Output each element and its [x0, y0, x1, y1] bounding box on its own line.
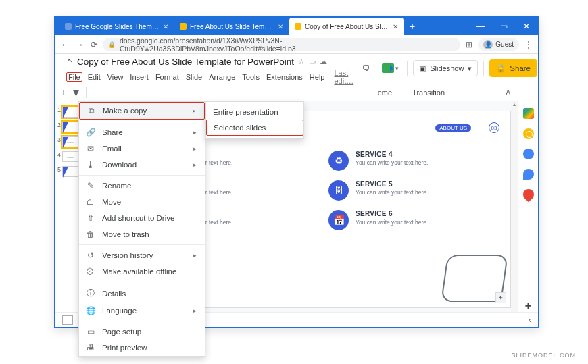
meet-icon [382, 63, 394, 73]
url-input[interactable]: 🔒 docs.google.com/presentation/d/1X3iWwX… [103, 38, 460, 51]
share-icon: 🔗 [86, 128, 95, 137]
filmstrip-icon[interactable] [62, 315, 73, 325]
browser-tab[interactable]: Free About Us Slide Template fo ✕ [174, 18, 289, 35]
meet-button[interactable]: ▾ [379, 62, 401, 74]
chevron-down-icon[interactable]: ▾ [73, 89, 79, 96]
star-icon[interactable]: ☆ [298, 57, 305, 66]
toolbar-overflow-icon[interactable]: ᐱ [506, 88, 511, 97]
toolbar-transition-label[interactable]: Transition [412, 88, 445, 97]
contacts-app-icon[interactable] [523, 169, 534, 180]
explore-button[interactable]: ✦ [495, 292, 506, 303]
document-title[interactable]: Copy of Free About Us Slide Template for… [77, 57, 294, 67]
watermark: SLIDEMODEL.COM [511, 352, 576, 359]
menu-make-a-copy[interactable]: ⧉ Make a copy ▸ [79, 102, 205, 120]
menu-rename[interactable]: ✎Rename [79, 178, 205, 194]
browser-tab-active[interactable]: Copy of Free About Us Slide Tem ✕ [289, 18, 404, 35]
menu-download[interactable]: ⭳Download▸ [79, 157, 205, 173]
tab-close-icon[interactable]: ✕ [393, 23, 398, 30]
chevron-down-icon: ▾ [468, 64, 472, 73]
menu-details[interactable]: ⓘDetails [79, 284, 205, 303]
menubar: File Edit View Insert Format Slide Arran… [68, 69, 353, 85]
address-bar: ← → ⟳ 🔒 docs.google.com/presentation/d/1… [55, 35, 538, 54]
info-icon: ⓘ [86, 288, 95, 299]
window-controls: — ▭ ✕ [469, 18, 538, 35]
slide-thumb[interactable] [62, 166, 78, 177]
toolbar: + ▾ eme Transition ᐱ [55, 84, 538, 101]
browser-tab[interactable]: Free Google Slides Themes - Slid ✕ [59, 18, 174, 35]
profile-button[interactable]: 👤 Guest [478, 38, 519, 51]
slide-thumb[interactable] [62, 122, 78, 132]
cloud-saved-icon: ☁ [320, 57, 327, 66]
menu-slide[interactable]: Slide [186, 73, 202, 81]
add-addon-button[interactable]: + [525, 300, 531, 312]
menu-add-shortcut[interactable]: ⇧Add shortcut to Drive [79, 210, 205, 226]
submenu-selected-slides[interactable]: Selected slides [206, 120, 303, 136]
menu-insert[interactable]: Insert [130, 73, 149, 81]
status-chevron-icon[interactable]: ‹ [529, 315, 531, 325]
toolbar-theme-label[interactable]: eme [378, 88, 392, 97]
slide-thumb[interactable] [62, 151, 78, 162]
avatar-icon: 👤 [483, 40, 493, 49]
menu-move-to-trash[interactable]: 🗑Move to trash [79, 226, 205, 242]
cursor-icon: ↖ [68, 57, 73, 64]
tab-title: Copy of Free About Us Slide Tem [305, 23, 389, 30]
new-slide-button[interactable]: + [61, 87, 66, 98]
tab-close-icon[interactable]: ✕ [163, 23, 168, 30]
browser-window: Free Google Slides Themes - Slid ✕ Free … [54, 16, 539, 328]
menu-language[interactable]: 🌐Language▸ [79, 303, 205, 319]
keep-app-icon[interactable] [523, 128, 534, 139]
slide-thumb[interactable] [62, 136, 78, 147]
menu-help[interactable]: Help [310, 73, 325, 81]
menu-arrange[interactable]: Arrange [209, 73, 235, 81]
submenu-entire-presentation[interactable]: Entire presentation [206, 105, 303, 120]
tab-title: Free Google Slides Themes - Slid [75, 23, 160, 30]
menu-print-preview[interactable]: 🖶Print preview [79, 340, 205, 356]
download-icon: ⭳ [86, 160, 95, 170]
menu-view[interactable]: View [107, 73, 124, 81]
nav-reload-icon[interactable]: ⟳ [91, 40, 97, 49]
menu-offline[interactable]: ⛒Make available offline [79, 263, 205, 280]
url-text: docs.google.com/presentation/d/1X3iWwXPS… [120, 38, 455, 51]
app-header: ↖ Copy of Free About Us Slide Template f… [55, 54, 538, 84]
nav-forward-icon[interactable]: → [76, 40, 84, 49]
menu-edit[interactable]: Edit [88, 73, 101, 81]
menu-move[interactable]: 🗀Move [79, 194, 205, 210]
install-app-icon[interactable]: ⊞ [466, 40, 472, 49]
menu-tools[interactable]: Tools [242, 73, 260, 81]
share-button[interactable]: 🔒 Share [489, 59, 537, 77]
menu-format[interactable]: Format [155, 73, 179, 81]
maps-app-icon[interactable] [520, 187, 536, 203]
folder-icon[interactable]: ▭ [309, 57, 316, 66]
offline-icon: ⛒ [86, 267, 95, 276]
menu-extensions[interactable]: Extensions [266, 73, 303, 81]
menu-page-setup[interactable]: ▭Page setup [79, 323, 205, 340]
print-icon: 🖶 [86, 343, 95, 353]
slide-thumb[interactable] [62, 107, 78, 118]
menu-file[interactable]: File [66, 72, 82, 82]
window-minimize-button[interactable]: — [469, 18, 492, 35]
favicon-icon [65, 23, 72, 30]
file-menu: ⧉ Make a copy ▸ 🔗Share▸ ✉Email▸ ⭳Downloa… [78, 101, 205, 357]
comments-icon[interactable]: 🗨 [359, 61, 374, 76]
profile-label: Guest [495, 41, 514, 48]
menu-email[interactable]: ✉Email▸ [79, 140, 205, 157]
new-tab-button[interactable]: + [404, 18, 420, 35]
rename-icon: ✎ [86, 181, 95, 190]
calendar-app-icon[interactable] [523, 108, 534, 119]
history-icon: ↺ [86, 251, 95, 260]
browser-menu-icon[interactable]: ⋮ [524, 40, 533, 49]
menu-version-history[interactable]: ↺Version history▸ [79, 247, 205, 263]
calendar-icon: 📅 [328, 210, 349, 230]
window-maximize-button[interactable]: ▭ [492, 18, 515, 35]
folder-icon: 🗀 [86, 197, 95, 207]
menu-share[interactable]: 🔗Share▸ [79, 124, 205, 140]
slideshow-button[interactable]: ▣ Slideshow ▾ [413, 60, 478, 76]
tab-close-icon[interactable]: ✕ [278, 23, 283, 30]
scrollbar[interactable]: ▴ [511, 101, 518, 312]
last-edit-link[interactable]: Last edit… [334, 69, 353, 85]
tasks-app-icon[interactable] [523, 149, 534, 159]
service-item: 📅SERVICE 6You can write your text here. [328, 210, 497, 230]
lock-icon: 🔒 [108, 41, 116, 48]
nav-back-icon[interactable]: ← [61, 40, 69, 49]
window-close-button[interactable]: ✕ [515, 18, 538, 35]
